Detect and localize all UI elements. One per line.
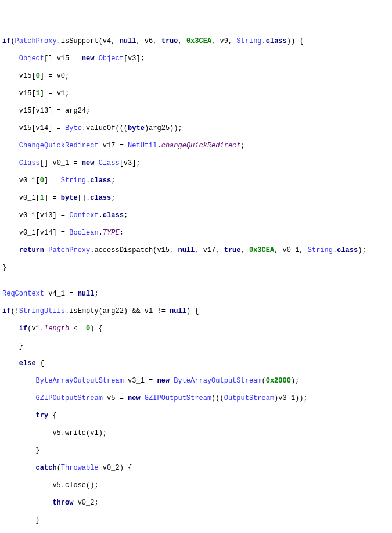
token-kw: true <box>161 37 178 45</box>
code-line[interactable]: if(v1.length <= 0) { <box>2 325 390 333</box>
code-line[interactable]: v15[v13] = arg24; <box>2 107 390 116</box>
code-line[interactable]: } <box>2 516 390 525</box>
code-line[interactable]: } <box>2 264 390 272</box>
token-type: StringUtils <box>19 307 65 315</box>
code-line[interactable]: } <box>2 342 390 351</box>
token-field: length <box>44 325 69 333</box>
token-type: NetUtil <box>128 142 157 150</box>
token-kw: new <box>82 55 95 63</box>
code-line[interactable]: v15[1] = v1; <box>2 89 390 98</box>
token-kw: byte <box>61 194 78 202</box>
token-kw: null <box>178 246 195 254</box>
token-kw: catch <box>36 464 57 472</box>
code-line[interactable]: return PatchProxy.accessDispatch(v15, nu… <box>2 246 390 255</box>
token-kw: class <box>103 211 124 219</box>
token-kw: new <box>82 159 95 167</box>
token-type: ByteArrayOutputStream <box>174 377 261 385</box>
code-line[interactable]: v0_1[v14] = Boolean.TYPE; <box>2 229 390 237</box>
token-kw: class <box>90 194 111 202</box>
token-type: PatchProxy <box>48 246 90 254</box>
code-line[interactable]: Class[] v0_1 = new Class[v3]; <box>2 159 390 168</box>
token-type: GZIPOutputStream <box>145 394 211 402</box>
code-line[interactable]: v15[0] = v0; <box>2 72 390 81</box>
code-line[interactable]: try { <box>2 412 390 420</box>
token-kw: new <box>157 377 170 385</box>
token-type: PatchProxy <box>15 37 57 45</box>
token-kw: true <box>224 246 241 254</box>
token-num: 0x3CEA <box>249 246 274 254</box>
token-kw: try <box>36 412 49 420</box>
token-num: 0 <box>36 72 40 80</box>
token-type: Class <box>99 159 120 167</box>
code-line[interactable]: ReqContext v4_1 = null; <box>2 290 390 298</box>
code-viewer[interactable]: if(PatchProxy.isSupport(v4, null, v6, tr… <box>2 37 390 533</box>
token-kw: null <box>120 37 136 45</box>
token-type: ByteArrayOutputStream <box>36 377 124 385</box>
token-kw: if <box>19 325 27 333</box>
token-type: String <box>308 246 333 254</box>
code-line[interactable]: v5.close(); <box>2 481 390 490</box>
token-type: ChangeQuickRedirect <box>19 142 99 150</box>
token-kw: class <box>337 246 358 254</box>
token-kw: null <box>78 290 95 298</box>
token-field: changeQuickRedirect <box>161 142 241 150</box>
token-type: Object <box>19 55 44 63</box>
token-num: 1 <box>40 194 44 202</box>
token-kw: new <box>128 394 141 402</box>
token-type: Boolean <box>69 229 98 237</box>
token-num: 0x3CEA <box>186 37 211 45</box>
token-type: ReqContext <box>2 290 44 298</box>
token-num: 0 <box>86 325 90 333</box>
code-line[interactable]: ChangeQuickRedirect v17 = NetUtil.change… <box>2 142 390 150</box>
token-kw: byte <box>128 124 145 132</box>
token-type: Object <box>99 55 124 63</box>
token-field: TYPE <box>103 229 120 237</box>
token-num: 0x2000 <box>266 377 291 385</box>
code-line[interactable]: ByteArrayOutputStream v3_1 = new ByteArr… <box>2 377 390 386</box>
code-line[interactable]: v0_1[v13] = Context.class; <box>2 211 390 220</box>
token-type: Byte <box>65 124 82 132</box>
token-kw: return <box>19 246 44 254</box>
code-line[interactable]: GZIPOutputStream v5 = new GZIPOutputStre… <box>2 394 390 403</box>
token-num: 0 <box>40 177 44 185</box>
code-line[interactable]: v0_1[1] = byte[].class; <box>2 194 390 203</box>
code-line[interactable]: v0_1[0] = String.class; <box>2 177 390 185</box>
token-type: OutputStream <box>224 394 274 402</box>
code-line[interactable]: Object[] v15 = new Object[v3]; <box>2 55 390 63</box>
token-type: Throwable <box>61 464 99 472</box>
token-kw: else <box>19 359 36 368</box>
token-type: GZIPOutputStream <box>36 394 103 402</box>
token-kw: if <box>2 307 10 315</box>
code-line[interactable]: v15[v14] = Byte.valueOf(((byte)arg25)); <box>2 124 390 133</box>
code-line[interactable]: throw v0_2; <box>2 499 390 507</box>
token-type: Context <box>69 211 98 219</box>
code-line[interactable]: if(PatchProxy.isSupport(v4, null, v6, tr… <box>2 37 390 46</box>
code-line[interactable]: catch(Throwable v0_2) { <box>2 464 390 473</box>
token-kw: null <box>170 307 186 315</box>
token-kw: class <box>266 37 287 45</box>
code-line[interactable]: if(!StringUtils.isEmpty(arg22) && v1 != … <box>2 307 390 316</box>
token-num: 1 <box>36 89 40 98</box>
code-line[interactable]: v5.write(v1); <box>2 429 390 438</box>
token-kw: class <box>90 177 111 185</box>
token-kw: throw <box>52 499 73 507</box>
token-type: String <box>236 37 261 45</box>
token-type: String <box>61 177 86 185</box>
token-kw: if <box>2 37 10 45</box>
token-type: Class <box>19 159 40 167</box>
code-line[interactable]: } <box>2 446 390 455</box>
code-line[interactable]: else { <box>2 359 390 368</box>
